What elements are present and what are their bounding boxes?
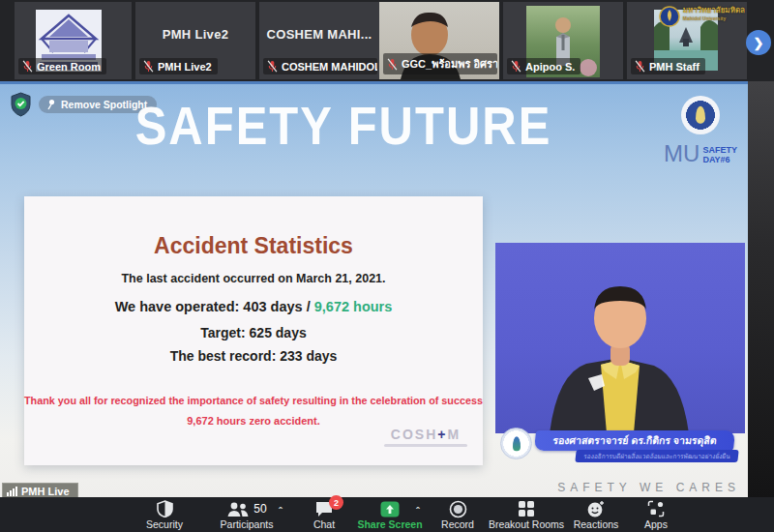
participants-count: 50	[253, 502, 266, 516]
tile-name-text: COSHEM MAHIDOL ...	[282, 61, 377, 73]
muted-mic-icon	[22, 60, 33, 73]
tile-name-label: Apipoo S.	[507, 58, 580, 74]
tile-name-label: COSHEM MAHIDOL ...	[263, 58, 377, 74]
card-heading: Accident Statistics	[24, 233, 483, 259]
zoom-toolbar: Security 50 Participants ˆ 2	[0, 497, 774, 532]
mu-emblem-icon	[681, 96, 720, 134]
presenter-title-text: รองอธิการบดีฝ่ายสิ่งแวดล้อมและการพัฒนาอย…	[575, 450, 738, 462]
screen-bezel	[748, 81, 774, 497]
muted-mic-icon	[511, 60, 521, 73]
presenter-nameplate: รองศาสตราจารย์ ดร.กิติกร จามรดุสิต รองอธ…	[500, 428, 742, 466]
tile-name-text: Green Room	[37, 61, 101, 73]
breakout-rooms-icon	[518, 500, 535, 517]
share-screen-icon	[379, 500, 401, 518]
chevron-right-icon: ❯	[754, 36, 764, 50]
best-record-line: The best record: 233 days	[24, 348, 483, 364]
video-tile-pmh-staff[interactable]: มหาวิทยาลัยมหิดล Mahidol University PMH …	[627, 2, 747, 79]
zoom-meeting-window: Green Room PMH Live2 PMH Live2 COSHEM MA…	[0, 0, 774, 532]
tile-display-name: COSHEM MAHI...	[259, 27, 379, 42]
presenter-name-text: รองศาสตราจารย์ ดร.กิติกร จามรดุสิต	[534, 430, 735, 451]
signal-bars-icon	[7, 487, 17, 496]
tile-name-text: GGC_พร้อมพร อิศรางกูร...	[402, 55, 497, 73]
tile-name-label: Green Room	[18, 58, 106, 74]
encryption-shield-icon	[10, 92, 32, 117]
thanks-line-2: 9,672 hours zero accident.	[24, 415, 483, 427]
reactions-smiley-icon	[586, 500, 606, 518]
tile-display-name: PMH Live2	[135, 27, 255, 42]
mu-safety-day-logo: MU SAFETYDAY#6	[664, 96, 737, 164]
muted-mic-icon	[387, 58, 398, 71]
tile-name-text: Apipoo S.	[525, 61, 575, 73]
presenter-graphic	[495, 243, 745, 433]
operated-hours-highlight: 9,672 hours	[314, 299, 393, 314]
next-participants-button[interactable]: ❯	[746, 30, 771, 55]
coshem-watermark: COSH+M	[384, 427, 467, 447]
video-tile-green-room[interactable]: Green Room	[15, 2, 132, 79]
participants-button[interactable]: 50 Participants	[206, 499, 287, 530]
last-accident-line: The last accident occurred on March 21, …	[24, 272, 483, 285]
video-tile-ggc[interactable]: GGC_พร้อมพร อิศรางกูร...	[379, 2, 499, 79]
mu-watermark-text: มหาวิทยาลัยมหิดล Mahidol University	[683, 6, 745, 23]
thanks-line-1: Thank you all for recognized the importa…	[24, 395, 483, 406]
tile-name-label: PMH Staff	[631, 58, 705, 74]
muted-mic-icon	[267, 60, 278, 73]
apps-icon	[647, 500, 665, 517]
slide-title: SAFETY FUTURE	[53, 96, 634, 157]
tile-name-text: PMH Staff	[649, 61, 700, 73]
tile-name-label: PMH Live2	[139, 58, 218, 74]
participants-icon	[226, 501, 250, 517]
apps-button[interactable]: Apps	[629, 499, 683, 530]
mu-emblem-icon	[659, 6, 680, 27]
tile-name-text: PMH Live2	[158, 61, 212, 73]
chat-button[interactable]: 2 Chat	[295, 499, 353, 530]
mu-logo-text: MU	[664, 143, 700, 164]
muted-mic-icon	[635, 60, 645, 73]
operated-line: We have operated: 403 days / 9,672 hours	[24, 299, 483, 314]
shared-screen: Remove Spotlight SAFETY FUTURE MU SAFETY…	[0, 81, 748, 497]
reactions-button[interactable]: Reactions	[563, 499, 629, 530]
breakout-rooms-button[interactable]: Breakout Rooms	[478, 499, 575, 530]
target-line: Target: 625 days	[24, 325, 483, 340]
safety-we-cares-tagline: SAFETY WE CARES	[489, 481, 740, 494]
share-screen-menu-caret[interactable]: ˆ	[416, 505, 420, 517]
chat-unread-badge: 2	[329, 495, 343, 510]
record-icon	[449, 500, 467, 518]
participants-menu-caret[interactable]: ˆ	[279, 505, 283, 517]
mu-university-watermark: มหาวิทยาลัยมหิดล Mahidol University	[659, 6, 745, 27]
safety-day-text: SAFETYDAY#6	[702, 143, 737, 164]
tile-name-label: GGC_พร้อมพร อิศรางกูร...	[383, 53, 497, 74]
participant-strip: Green Room PMH Live2 PMH Live2 COSHEM MA…	[0, 0, 774, 81]
muted-mic-icon	[143, 60, 154, 73]
video-tile-coshem[interactable]: COSHEM MAHI... COSHEM MAHIDOL ...	[259, 2, 379, 79]
shield-icon	[157, 500, 173, 517]
stream-tag-text: PMH Live	[21, 486, 70, 497]
video-tile-pmh-live2[interactable]: PMH Live2 PMH Live2	[135, 2, 255, 79]
presenter-video	[495, 243, 745, 433]
accident-statistics-card: Accident Statistics The last accident oc…	[24, 196, 483, 465]
security-button[interactable]: Security	[126, 499, 203, 530]
video-tile-apipoo[interactable]: Apipoo S.	[503, 2, 623, 79]
mu-emblem-icon	[500, 428, 532, 459]
